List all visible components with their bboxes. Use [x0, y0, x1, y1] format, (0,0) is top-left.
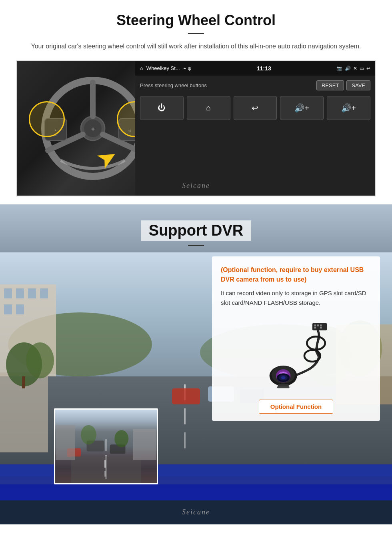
svg-rect-43	[71, 456, 141, 483]
svg-rect-26	[184, 432, 186, 448]
steering-image-container: + − ◁ ⊙ ◈ ➤ ⌂ Wheelke	[16, 60, 376, 196]
dvr-title-divider	[188, 245, 204, 246]
time-display: 11:13	[257, 65, 271, 72]
wc-header: Press steering wheel buttons RESET SAVE	[140, 80, 370, 90]
steering-section: Steering Wheel Control Your original car…	[0, 0, 392, 204]
svg-rect-20	[40, 288, 48, 298]
svg-rect-54	[314, 326, 316, 328]
svg-rect-52	[317, 324, 319, 326]
preview-scene-svg	[55, 410, 157, 483]
svg-point-49	[81, 425, 96, 444]
svg-rect-44	[104, 460, 106, 467]
optional-function-button[interactable]: Optional Function	[259, 400, 333, 414]
steering-title: Steering Wheel Control	[16, 12, 376, 29]
svg-rect-18	[16, 288, 24, 298]
dvr-info-card: (Optional function, require to buy exter…	[212, 256, 380, 421]
dvr-title: Support DVR	[141, 220, 251, 241]
svg-rect-67	[277, 386, 290, 388]
close-icon: ✕	[353, 66, 357, 71]
svg-text:◈: ◈	[91, 126, 95, 132]
wc-home-btn[interactable]: ⌂	[187, 96, 230, 120]
svg-rect-47	[133, 429, 156, 460]
dvr-camera-image	[221, 314, 371, 394]
android-statusbar: ⌂ Wheelkey St... ⌁ ψ 11:13 📷 🔊 ✕ ▭ ↩	[135, 61, 375, 76]
dvr-title-area: Support DVR	[0, 204, 392, 254]
seicane-watermark-dvr: Seicane	[182, 508, 210, 516]
svg-rect-46	[56, 425, 75, 460]
screen-icon: ▭	[360, 66, 364, 71]
dvr-desc-text: It can record video only to storage in G…	[221, 288, 371, 308]
svg-rect-29	[22, 376, 25, 388]
volume-icon: 🔊	[345, 66, 351, 71]
wc-buttons-row: ⏻ ⌂ ↩ 🔊+ 🔊+	[140, 96, 370, 120]
svg-rect-53	[320, 324, 322, 326]
app-name: Wheelkey St...	[146, 65, 180, 71]
home-icon: ⌂	[140, 65, 143, 71]
camera-icon: 📷	[336, 66, 342, 71]
svg-rect-19	[28, 288, 36, 298]
wheel-control-ui: Press steering wheel buttons RESET SAVE …	[135, 76, 375, 196]
wc-power-btn[interactable]: ⏻	[140, 96, 184, 120]
usb-icon: ⌁ ψ	[183, 65, 192, 71]
svg-point-65	[281, 376, 286, 379]
svg-rect-17	[4, 288, 12, 298]
wc-vol-down-btn[interactable]: 🔊+	[327, 96, 370, 120]
wc-vol-up-btn[interactable]: 🔊+	[280, 96, 324, 120]
title-divider	[188, 33, 204, 34]
dvr-optional-text: (Optional function, require to buy exter…	[221, 265, 371, 284]
statusbar-right: 📷 🔊 ✕ ▭ ↩	[336, 66, 370, 71]
svg-rect-22	[16, 304, 24, 314]
dvr-camera-svg	[256, 318, 336, 390]
highlight-circle-left	[29, 101, 65, 137]
dvr-preview-road	[55, 410, 157, 483]
dvr-preview-image	[54, 408, 158, 484]
wc-instruction: Press steering wheel buttons	[140, 82, 207, 88]
wc-back-btn[interactable]: ↩	[234, 96, 277, 120]
steering-subtitle: Your original car's steering wheel contr…	[16, 41, 376, 52]
svg-rect-31	[172, 388, 200, 404]
svg-point-48	[114, 430, 128, 447]
svg-rect-45	[104, 471, 106, 477]
svg-rect-51	[314, 324, 316, 326]
android-ui-panel: ⌂ Wheelkey St... ⌁ ψ 11:13 📷 🔊 ✕ ▭ ↩ Pre	[135, 61, 375, 196]
svg-rect-25	[184, 408, 186, 424]
reset-button[interactable]: RESET	[316, 80, 344, 90]
back-icon: ↩	[366, 66, 370, 71]
statusbar-left: ⌂ Wheelkey St... ⌁ ψ	[140, 65, 192, 71]
svg-point-30	[26, 342, 54, 378]
svg-rect-21	[4, 304, 12, 314]
dvr-section: Support DVR	[0, 204, 392, 524]
svg-rect-55	[320, 326, 322, 328]
save-button[interactable]: SAVE	[346, 80, 370, 90]
statusbar-time: 11:13	[257, 65, 271, 72]
